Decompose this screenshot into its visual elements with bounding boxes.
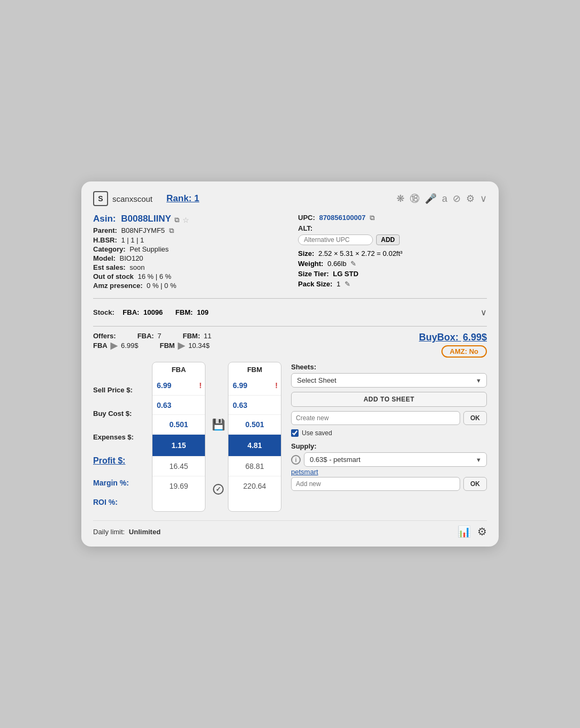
asin-star-icon[interactable]: ☆	[182, 216, 189, 224]
block-icon[interactable]: ⊘	[453, 193, 461, 204]
add-upc-button[interactable]: ADD	[376, 234, 400, 245]
fba-expenses-row: 0.501	[152, 414, 205, 434]
fbm-margin-row: 68.81	[228, 456, 281, 476]
header-icons: ❋ ⑱ 🎤 a ⊘ ⚙ ∨	[396, 192, 487, 205]
supply-select-dropdown[interactable]: 0.63$ - petsmart	[304, 452, 487, 467]
fba-buy-input[interactable]	[157, 401, 194, 410]
parent-copy-icon[interactable]: ⧉	[169, 226, 174, 234]
model-label: Model:	[93, 254, 116, 262]
fbm-profit-val: 4.81	[233, 438, 277, 452]
fba-price: FBA 6.99$	[93, 342, 139, 350]
supply-label: Supply:	[291, 442, 487, 450]
fbm-price: FBM 10.34$	[160, 342, 210, 350]
calc-table: Sell Price $: Buy Cost $: Expenses $: Pr…	[93, 362, 281, 512]
out-of-stock-value: 16 % | 6 %	[138, 272, 171, 280]
asin-title: Asin: B0088LIINY	[93, 214, 171, 224]
chart-icon[interactable]: 📊	[457, 525, 471, 538]
category-label: Category:	[93, 245, 126, 253]
chevron-down-icon[interactable]: ∨	[480, 193, 487, 204]
fbm-sell-warn-icon: !	[275, 381, 278, 390]
fbm-sell-input[interactable]	[233, 381, 270, 390]
stock-label: Stock:	[93, 308, 115, 316]
model-row: Model: BIO120	[93, 254, 282, 262]
footer-row: Daily limit: Unlimited 📊 ⚙	[93, 520, 487, 538]
add-new-supply-input[interactable]	[291, 477, 460, 491]
create-new-input[interactable]	[291, 411, 460, 425]
mic-icon[interactable]: 🎤	[425, 193, 437, 204]
asin-inline: Asin: B0088LIINY ⧉ ☆	[93, 214, 282, 226]
calc-label-col: Sell Price $: Buy Cost $: Expenses $: Pr…	[93, 362, 152, 512]
18-icon[interactable]: ⑱	[410, 192, 419, 205]
gear-icon[interactable]: ⚙	[466, 193, 475, 204]
supply-row: i 0.63$ - petsmart	[291, 452, 487, 467]
category-value: Pet Supplies	[129, 245, 169, 253]
profit-label: Profit $:	[93, 449, 148, 473]
size-tier-value: LG STD	[333, 270, 358, 278]
daily-limit-label: Daily limit:	[93, 528, 125, 536]
fbm-value: 109	[197, 308, 209, 316]
calc-icons-col: 💾 ✓	[209, 362, 228, 512]
fbm-arrow-icon	[178, 343, 185, 350]
fbm-buy-row	[228, 395, 281, 414]
fba-margin-val: 16.45	[157, 459, 201, 473]
amz-presence-label: Amz presence:	[93, 282, 142, 290]
stock-info: Stock: FBA: 10096 FBM: 109	[93, 308, 209, 316]
asin-right: UPC: 870856100007 ⧉ ALT: ADD Size: 2.52 …	[298, 214, 487, 291]
stock-chevron-icon[interactable]: ∨	[480, 307, 487, 317]
parent-label: Parent:	[93, 226, 117, 234]
expenses-label: Expenses $:	[93, 425, 148, 449]
amz-badge: AMZ: No	[441, 345, 487, 358]
add-new-ok-button[interactable]: OK	[463, 477, 487, 491]
fba-value: 10096	[143, 308, 163, 316]
offers-line-1: Offers: FBA: 7 FBM: 11	[93, 332, 211, 340]
supply-info-icon[interactable]: i	[291, 455, 301, 465]
fba-stock-label: FBA: 10096	[123, 308, 164, 316]
fba-expenses-val: 0.501	[157, 418, 201, 431]
header: S scanxscout Rank: 1 ❋ ⑱ 🎤 a ⊘ ⚙ ∨	[93, 191, 487, 206]
use-saved-check-icon[interactable]: ✓	[213, 484, 224, 495]
petsmart-link[interactable]: petsmart	[291, 468, 487, 476]
supply-select-wrapper[interactable]: 0.63$ - petsmart	[304, 452, 487, 467]
settings-gear-icon[interactable]: ⚙	[477, 525, 487, 538]
size-tier-label: Size Tier:	[298, 270, 329, 278]
create-new-ok-button[interactable]: OK	[463, 411, 487, 425]
use-saved-checkbox[interactable]	[291, 429, 299, 437]
fbm-margin-val: 68.81	[233, 459, 277, 473]
model-value: BIO120	[120, 254, 143, 262]
buybox-label: BuyBox: 6.99$	[419, 332, 487, 343]
divider-1	[93, 298, 487, 299]
fbm-label: FBM:	[175, 308, 193, 316]
amz-presence-value: 0 % | 0 %	[147, 282, 176, 290]
add-to-sheet-button[interactable]: ADD TO SHEET	[291, 392, 487, 407]
use-saved-row: Use saved	[291, 429, 487, 437]
fbm-col-wrapper: FBM ! 0.501 4.81	[228, 362, 281, 512]
fan-icon[interactable]: ❋	[396, 193, 405, 204]
asin-copy-icon[interactable]: ⧉	[174, 216, 179, 224]
select-sheet-wrapper[interactable]: Select Sheet	[291, 373, 487, 388]
fba-col-wrapper: FBA ! 0.501 1.15	[152, 362, 205, 512]
pack-size-edit-icon[interactable]: ✎	[345, 280, 350, 288]
upc-copy-icon[interactable]: ⧉	[370, 214, 375, 222]
save-icon-button[interactable]: 💾	[211, 417, 226, 432]
select-sheet-dropdown[interactable]: Select Sheet	[291, 373, 487, 388]
alt-upc-input[interactable]	[298, 234, 373, 245]
logo-area: S scanxscout Rank: 1	[93, 191, 199, 206]
amazon-icon[interactable]: a	[442, 193, 447, 204]
pack-size-value: 1	[337, 280, 340, 288]
fbm-expenses-row: 0.501	[228, 414, 281, 434]
daily-limit: Daily limit: Unlimited	[93, 528, 161, 536]
sheets-label: Sheets:	[291, 363, 487, 371]
fba-sell-input[interactable]	[157, 381, 194, 390]
weight-edit-icon[interactable]: ✎	[350, 260, 356, 268]
offers-label: Offers:	[93, 332, 116, 340]
size-label: Size:	[298, 249, 314, 257]
fbm-col-header: FBM	[228, 362, 281, 376]
fba-buy-row	[152, 395, 205, 414]
fbm-profit-row: 4.81	[228, 434, 281, 456]
fba-col-header: FBA	[152, 362, 205, 376]
offers-fba: FBA: 7	[138, 332, 162, 340]
est-sales-value: soon	[129, 263, 144, 271]
weight-value: 0.66lb	[327, 260, 346, 268]
asin-left: Asin: B0088LIINY ⧉ ☆ Parent: B08NFJYMF5 …	[93, 214, 282, 291]
fbm-buy-input[interactable]	[233, 401, 270, 410]
